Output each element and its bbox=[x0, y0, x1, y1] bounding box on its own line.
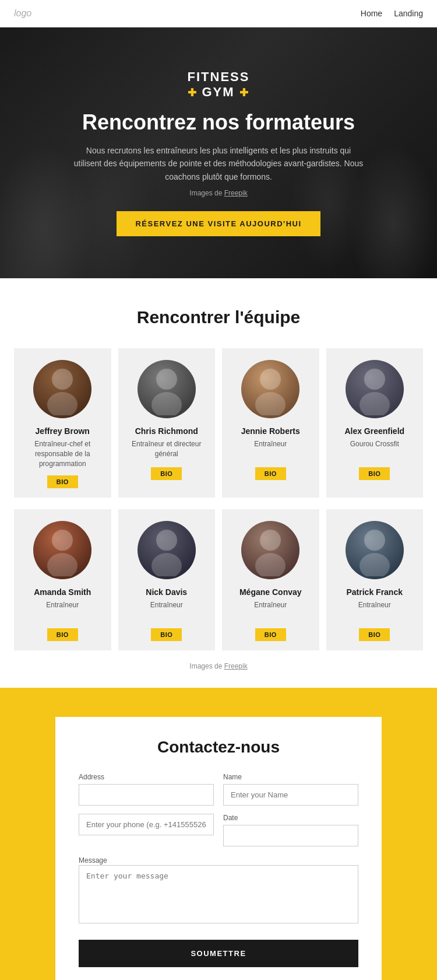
svg-point-14 bbox=[364, 530, 385, 551]
nav-home[interactable]: Home bbox=[361, 9, 382, 18]
hero-section: FITNESS ✚ GYM ✚ Rencontrez nos formateur… bbox=[0, 27, 437, 278]
team-title: Rencontrer l'équipe bbox=[14, 307, 423, 327]
svg-point-4 bbox=[260, 369, 281, 390]
hero-freepik-credit: Images de Freepik bbox=[73, 189, 364, 197]
address-label: Address bbox=[79, 773, 214, 781]
team-freepik-link[interactable]: Freepik bbox=[224, 662, 248, 670]
team-section: Rencontrer l'équipe Jeffrey BrownEntraîn… bbox=[0, 278, 437, 688]
nav-logo: logo bbox=[14, 8, 31, 19]
hero-logo-line1: FITNESS bbox=[188, 69, 250, 84]
date-input[interactable] bbox=[223, 825, 358, 846]
member-role: Entraîneur bbox=[254, 439, 287, 460]
message-label: Message bbox=[79, 856, 107, 864]
contact-title: Contactez-nous bbox=[79, 738, 358, 757]
contact-form: Address Name Date Message bbox=[79, 773, 358, 967]
hero-title: Rencontrez nos formateurs bbox=[73, 110, 364, 135]
bio-button[interactable]: BIO bbox=[255, 467, 286, 480]
member-role: Entraîneur bbox=[358, 600, 391, 621]
team-avatar bbox=[346, 360, 404, 418]
contact-section: Contactez-nous Address Name Date bbox=[0, 688, 437, 980]
hero-freepik-link[interactable]: Freepik bbox=[224, 189, 248, 197]
team-card: Jeffrey BrownEntraîneur-chef et responsa… bbox=[14, 348, 111, 498]
address-col: Address bbox=[79, 773, 214, 806]
member-role: Gourou Crossfit bbox=[350, 439, 399, 460]
hero-freepik-prefix: Images de bbox=[189, 189, 224, 197]
phone-input[interactable] bbox=[79, 814, 214, 835]
svg-point-10 bbox=[156, 530, 177, 551]
team-freepik-prefix: Images de bbox=[189, 662, 224, 670]
plus-icon: ✚ bbox=[188, 87, 202, 99]
bio-button[interactable]: BIO bbox=[359, 628, 390, 641]
member-name: Alex Greenfield bbox=[344, 426, 404, 436]
member-role: Entraîneur et directeur général bbox=[126, 439, 207, 460]
bio-button[interactable]: BIO bbox=[47, 475, 78, 488]
svg-point-2 bbox=[156, 369, 177, 390]
team-avatar bbox=[33, 360, 91, 418]
member-name: Jeffrey Brown bbox=[36, 426, 90, 436]
bio-button[interactable]: BIO bbox=[151, 467, 182, 480]
team-card: Chris RichmondEntraîneur et directeur gé… bbox=[118, 348, 216, 498]
hero-logo-line2: GYM bbox=[202, 85, 234, 99]
date-label: Date bbox=[223, 814, 358, 822]
bio-button[interactable]: BIO bbox=[359, 467, 390, 480]
member-name: Jennie Roberts bbox=[241, 426, 300, 436]
address-input[interactable] bbox=[79, 784, 214, 806]
phone-col bbox=[79, 814, 214, 846]
team-card: Nick DavisEntraîneurBIO bbox=[118, 509, 216, 650]
hero-content: FITNESS ✚ GYM ✚ Rencontrez nos formateur… bbox=[26, 69, 411, 236]
nav-landing[interactable]: Landing bbox=[394, 9, 423, 18]
team-card: Patrick FranckEntraîneurBIO bbox=[326, 509, 424, 650]
member-role: Entraîneur bbox=[150, 600, 183, 621]
bio-button[interactable]: BIO bbox=[151, 628, 182, 641]
svg-point-9 bbox=[47, 553, 77, 576]
form-row-1: Address Name bbox=[79, 773, 358, 806]
team-avatar bbox=[241, 360, 299, 418]
date-col: Date bbox=[223, 814, 358, 846]
team-card: Jennie RobertsEntraîneurBIO bbox=[222, 348, 319, 498]
team-card: Amanda SmithEntraîneurBIO bbox=[14, 509, 111, 650]
team-freepik-credit: Images de Freepik bbox=[14, 662, 423, 670]
svg-point-5 bbox=[255, 392, 286, 415]
member-name: Mégane Convay bbox=[239, 587, 302, 597]
svg-point-0 bbox=[52, 369, 73, 390]
form-row-2: Date bbox=[79, 814, 358, 846]
member-role: Entraîneur bbox=[254, 600, 287, 621]
message-group: Message bbox=[79, 855, 358, 926]
member-name: Nick Davis bbox=[146, 587, 187, 597]
svg-point-11 bbox=[151, 553, 182, 576]
hero-logo: FITNESS ✚ GYM ✚ bbox=[73, 69, 364, 100]
member-role: Entraîneur-chef et responsable de la pro… bbox=[22, 439, 103, 468]
team-avatar bbox=[138, 360, 196, 418]
team-grid: Jeffrey BrownEntraîneur-chef et responsa… bbox=[14, 348, 423, 498]
svg-point-15 bbox=[360, 553, 390, 576]
team-card: Mégane ConvayEntraîneurBIO bbox=[222, 509, 319, 650]
name-input[interactable] bbox=[223, 784, 358, 806]
contact-box: Contactez-nous Address Name Date bbox=[55, 717, 382, 980]
navbar: logo Home Landing bbox=[0, 0, 437, 27]
bio-button[interactable]: BIO bbox=[47, 628, 78, 641]
member-name: Amanda Smith bbox=[34, 587, 91, 597]
member-name: Chris Richmond bbox=[135, 426, 198, 436]
bio-button[interactable]: BIO bbox=[255, 628, 286, 641]
team-avatar bbox=[241, 521, 299, 579]
svg-point-13 bbox=[255, 553, 286, 576]
hero-cta-button[interactable]: RÉSERVEZ UNE VISITE AUJOURD'HUI bbox=[117, 211, 320, 236]
member-name: Patrick Franck bbox=[347, 587, 403, 597]
name-label: Name bbox=[223, 773, 358, 781]
member-role: Entraîneur bbox=[46, 600, 79, 621]
svg-point-1 bbox=[47, 392, 77, 415]
svg-point-6 bbox=[364, 369, 385, 390]
svg-point-3 bbox=[151, 392, 182, 415]
name-col: Name bbox=[223, 773, 358, 806]
message-textarea[interactable] bbox=[79, 865, 358, 923]
nav-links: Home Landing bbox=[361, 9, 423, 18]
hero-description: Nous recrutons les entraîneurs les plus … bbox=[73, 144, 364, 183]
team-avatar bbox=[346, 521, 404, 579]
team-grid-2: Amanda SmithEntraîneurBIONick DavisEntra… bbox=[14, 509, 423, 650]
team-avatar bbox=[33, 521, 91, 579]
submit-button[interactable]: SOUMETTRE bbox=[79, 940, 358, 967]
team-card: Alex GreenfieldGourou CrossfitBIO bbox=[326, 348, 424, 498]
plus-icon-2: ✚ bbox=[239, 87, 249, 99]
svg-point-12 bbox=[260, 530, 281, 551]
svg-point-7 bbox=[360, 392, 390, 415]
